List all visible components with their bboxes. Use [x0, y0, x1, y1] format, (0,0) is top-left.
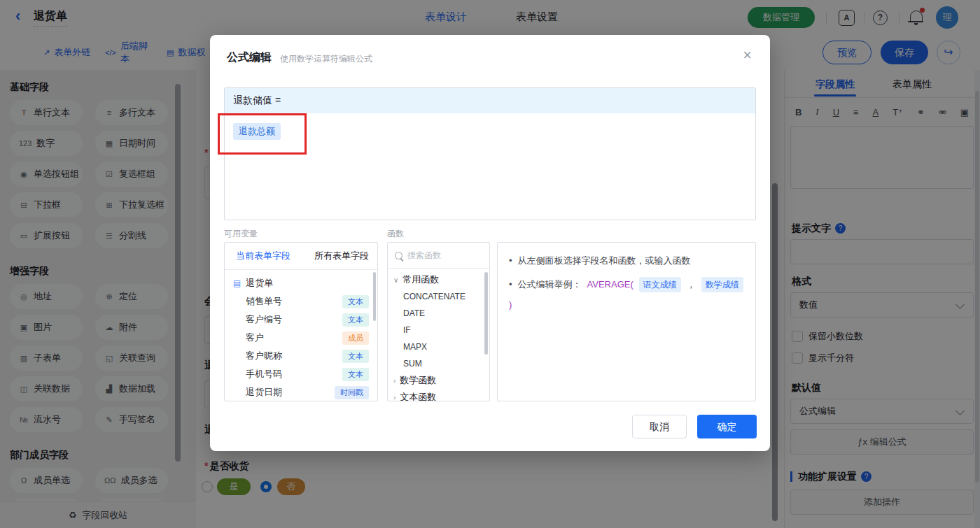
- variable-name: 销售单号: [246, 295, 282, 308]
- variables-scrollbar[interactable]: [373, 272, 376, 321]
- variable-type-badge: 文本: [342, 313, 369, 327]
- variable-name: 客户: [246, 331, 264, 344]
- variable-name: 客户编号: [246, 313, 282, 326]
- variable-row[interactable]: 手机号码文本: [225, 365, 377, 383]
- chevron-right-icon: ›: [393, 377, 396, 385]
- functions-scrollbar[interactable]: [484, 272, 488, 355]
- close-icon[interactable]: ×: [743, 46, 752, 64]
- variables-tabs: 当前表单字段 所有表单字段: [225, 243, 377, 270]
- modal-subtitle: 使用数学运算符编辑公式: [280, 53, 372, 65]
- annotation-red-box: [218, 113, 307, 155]
- formula-target: 退款储值 =: [225, 88, 755, 113]
- help-line-2: 公式编辑举例：AVERAGE( 语文成绩 ， 数学成绩 ): [509, 277, 744, 312]
- function-group-label: 文本函数: [400, 391, 436, 401]
- variable-row[interactable]: 客户昵称文本: [225, 347, 377, 365]
- function-item[interactable]: CONCATENATE: [388, 288, 489, 305]
- variable-row[interactable]: 退货日期时间戳: [225, 383, 377, 401]
- example-field-chip: 语文成绩: [639, 277, 681, 292]
- formula-help-panel: 从左侧面板选择字段名和函数，或输入函数 公式编辑举例：AVERAGE( 语文成绩…: [497, 242, 756, 401]
- variable-list: ▤退货单销售单号文本客户编号文本客户成员客户昵称文本手机号码文本退货日期时间戳: [225, 270, 377, 401]
- variables-panel-label: 可用变量: [224, 228, 258, 240]
- function-name-text: AVERAGE(: [587, 278, 634, 292]
- chevron-down-icon: ∨: [393, 276, 398, 284]
- functions-panel: 搜索函数 ∨常用函数CONCATENATEDATEIFMAPXSUM›数学函数›…: [387, 242, 490, 401]
- variables-panel: 当前表单字段 所有表单字段 ▤退货单销售单号文本客户编号文本客户成员客户昵称文本…: [224, 242, 378, 401]
- variable-root[interactable]: ▤退货单: [225, 274, 377, 292]
- formula-edit-modal: 公式编辑 使用数学运算符编辑公式 × 退款储值 = 退款总额 可用变量 函数 当…: [210, 35, 770, 451]
- form-doc-icon: ▤: [233, 278, 241, 288]
- chevron-right-icon: ›: [393, 394, 396, 401]
- function-group[interactable]: ∨常用函数: [388, 271, 489, 288]
- variable-root-label: 退货单: [246, 277, 273, 290]
- function-item[interactable]: DATE: [388, 305, 489, 322]
- variable-type-badge: 文本: [342, 295, 369, 308]
- tab-all-form-fields[interactable]: 所有表单字段: [314, 250, 369, 262]
- variable-row[interactable]: 客户成员: [225, 329, 377, 347]
- function-search[interactable]: 搜索函数: [388, 243, 489, 269]
- function-list: ∨常用函数CONCATENATEDATEIFMAPXSUM›数学函数›文本函数: [388, 269, 489, 401]
- cancel-button[interactable]: 取消: [632, 415, 687, 438]
- functions-panel-label: 函数: [387, 228, 404, 240]
- function-group-label: 数学函数: [400, 374, 436, 387]
- function-close-paren: ): [509, 298, 512, 312]
- function-group-label: 常用函数: [402, 273, 439, 286]
- variable-type-badge: 成员: [342, 331, 369, 345]
- variable-type-badge: 文本: [342, 350, 369, 363]
- help-line-1: 从左侧面板选择字段名和函数，或输入函数: [509, 254, 744, 268]
- confirm-button[interactable]: 确定: [697, 415, 757, 438]
- function-group[interactable]: ›文本函数: [388, 389, 489, 401]
- search-placeholder: 搜索函数: [407, 250, 441, 262]
- example-field-chip: 数学成绩: [701, 277, 743, 292]
- variable-name: 手机号码: [246, 368, 282, 380]
- tab-current-form-fields[interactable]: 当前表单字段: [236, 250, 290, 262]
- variable-type-badge: 文本: [342, 368, 369, 381]
- variable-row[interactable]: 客户编号文本: [225, 311, 377, 329]
- function-item[interactable]: MAPX: [388, 338, 489, 355]
- variable-type-badge: 时间戳: [335, 386, 369, 399]
- modal-title: 公式编辑: [227, 50, 272, 65]
- variable-name: 客户昵称: [246, 350, 282, 362]
- function-group[interactable]: ›数学函数: [388, 372, 489, 389]
- function-item[interactable]: SUM: [388, 355, 489, 372]
- search-icon: [395, 252, 402, 259]
- variable-row[interactable]: 销售单号文本: [225, 292, 377, 311]
- variable-name: 退货日期: [246, 386, 282, 399]
- function-item[interactable]: IF: [388, 322, 489, 338]
- app-root: ‹ 退货单 表单设计 表单设置 数据管理 A ? 理 ↗表单外链</>后端脚本▤…: [0, 0, 980, 528]
